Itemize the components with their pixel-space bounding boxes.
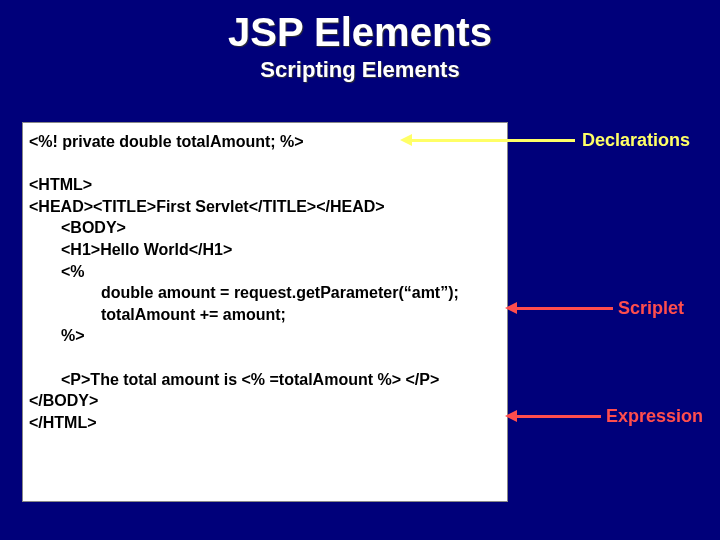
label-expression: Expression (606, 406, 703, 427)
code-line-html-close: </HTML> (29, 412, 501, 434)
code-line-h1: <H1>Hello World</H1> (29, 239, 501, 261)
code-line-head: <HEAD><TITLE>First Servlet</TITLE></HEAD… (29, 196, 501, 218)
arrow-shaft (515, 415, 601, 418)
arrow-head-icon (505, 410, 517, 422)
code-box: <%! private double totalAmount; %> <HTML… (22, 122, 508, 502)
code-line-amount: double amount = request.getParameter(“am… (29, 282, 501, 304)
code-line-body-open: <BODY> (29, 217, 501, 239)
code-line-html-open: <HTML> (29, 174, 501, 196)
code-line-scriptlet-open: <% (29, 261, 501, 283)
arrow-shaft (515, 307, 613, 310)
arrow-head-icon (400, 134, 412, 146)
code-line-expression: <P>The total amount is <% =totalAmount %… (29, 369, 501, 391)
slide-title: JSP Elements (0, 0, 720, 55)
code-line-blank (29, 347, 501, 369)
slide: JSP Elements Scripting Elements <%! priv… (0, 0, 720, 540)
arrow-head-icon (505, 302, 517, 314)
slide-subtitle: Scripting Elements (0, 57, 720, 83)
arrow-shaft (410, 139, 575, 142)
code-line-body-close: </BODY> (29, 390, 501, 412)
code-line-total: totalAmount += amount; (29, 304, 501, 326)
code-line-declaration: <%! private double totalAmount; %> (29, 131, 501, 153)
label-scriplet: Scriplet (618, 298, 684, 319)
code-line-blank (29, 153, 501, 175)
code-line-scriptlet-close: %> (29, 325, 501, 347)
label-declarations: Declarations (582, 130, 690, 151)
